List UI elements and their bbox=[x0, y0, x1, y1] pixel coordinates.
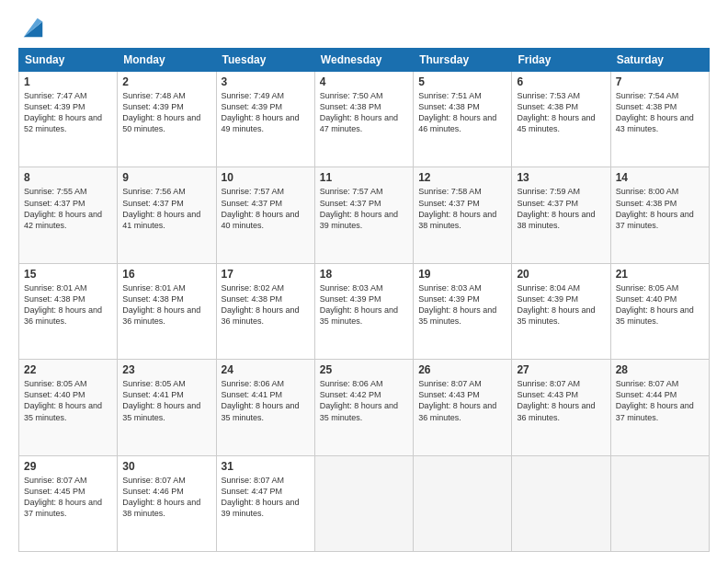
day-info: Sunrise: 8:07 AMSunset: 4:44 PMDaylight:… bbox=[616, 379, 694, 421]
calendar-cell: 31 Sunrise: 8:07 AMSunset: 4:47 PMDaylig… bbox=[216, 455, 314, 551]
day-number: 23 bbox=[122, 363, 210, 376]
day-number: 9 bbox=[122, 171, 210, 184]
calendar-cell: 23 Sunrise: 8:05 AMSunset: 4:41 PMDaylig… bbox=[118, 360, 216, 455]
day-info: Sunrise: 8:03 AMSunset: 4:39 PMDaylight:… bbox=[320, 283, 398, 326]
day-info: Sunrise: 8:03 AMSunset: 4:39 PMDaylight:… bbox=[418, 283, 496, 326]
day-info: Sunrise: 7:53 AMSunset: 4:38 PMDaylight:… bbox=[517, 91, 595, 133]
calendar-cell: 27 Sunrise: 8:07 AMSunset: 4:43 PMDaylig… bbox=[512, 360, 610, 455]
day-info: Sunrise: 7:58 AMSunset: 4:37 PMDaylight:… bbox=[418, 187, 496, 229]
calendar-cell: 12 Sunrise: 7:58 AMSunset: 4:37 PMDaylig… bbox=[414, 167, 512, 263]
day-number: 30 bbox=[122, 460, 210, 473]
calendar-cell: 1 Sunrise: 7:47 AMSunset: 4:39 PMDayligh… bbox=[19, 72, 118, 167]
calendar-cell: 25 Sunrise: 8:06 AMSunset: 4:42 PMDaylig… bbox=[314, 360, 413, 455]
day-number: 11 bbox=[320, 171, 408, 184]
calendar-week-row: 29 Sunrise: 8:07 AMSunset: 4:45 PMDaylig… bbox=[19, 455, 710, 551]
day-info: Sunrise: 7:57 AMSunset: 4:37 PMDaylight:… bbox=[320, 187, 398, 229]
calendar-cell: 22 Sunrise: 8:05 AMSunset: 4:40 PMDaylig… bbox=[19, 360, 118, 455]
calendar-cell: 11 Sunrise: 7:57 AMSunset: 4:37 PMDaylig… bbox=[314, 167, 413, 263]
calendar-cell: 7 Sunrise: 7:54 AMSunset: 4:38 PMDayligh… bbox=[610, 72, 709, 167]
calendar-cell: 6 Sunrise: 7:53 AMSunset: 4:38 PMDayligh… bbox=[512, 72, 610, 167]
day-info: Sunrise: 8:06 AMSunset: 4:41 PMDaylight:… bbox=[222, 379, 300, 421]
calendar-cell: 21 Sunrise: 8:05 AMSunset: 4:40 PMDaylig… bbox=[610, 263, 709, 359]
day-header-friday: Friday bbox=[512, 49, 610, 72]
day-info: Sunrise: 8:05 AMSunset: 4:41 PMDaylight:… bbox=[122, 379, 200, 421]
calendar-cell: 24 Sunrise: 8:06 AMSunset: 4:41 PMDaylig… bbox=[216, 360, 314, 455]
day-info: Sunrise: 8:05 AMSunset: 4:40 PMDaylight:… bbox=[24, 379, 102, 421]
day-number: 8 bbox=[24, 171, 112, 184]
day-number: 13 bbox=[517, 171, 605, 184]
calendar-cell: 2 Sunrise: 7:48 AMSunset: 4:39 PMDayligh… bbox=[118, 72, 216, 167]
calendar-cell: 29 Sunrise: 8:07 AMSunset: 4:45 PMDaylig… bbox=[19, 455, 118, 551]
page: SundayMondayTuesdayWednesdayThursdayFrid… bbox=[0, 0, 728, 563]
logo bbox=[18, 15, 46, 40]
calendar-week-row: 22 Sunrise: 8:05 AMSunset: 4:40 PMDaylig… bbox=[19, 360, 710, 455]
calendar-cell: 26 Sunrise: 8:07 AMSunset: 4:43 PMDaylig… bbox=[414, 360, 512, 455]
calendar-week-row: 15 Sunrise: 8:01 AMSunset: 4:38 PMDaylig… bbox=[19, 263, 710, 359]
day-number: 18 bbox=[320, 268, 408, 281]
day-number: 27 bbox=[517, 363, 605, 376]
day-info: Sunrise: 8:07 AMSunset: 4:43 PMDaylight:… bbox=[517, 379, 595, 421]
day-number: 3 bbox=[222, 75, 310, 88]
day-header-sunday: Sunday bbox=[19, 49, 118, 72]
calendar-cell: 28 Sunrise: 8:07 AMSunset: 4:44 PMDaylig… bbox=[610, 360, 709, 455]
day-number: 19 bbox=[418, 268, 506, 281]
calendar-cell: 18 Sunrise: 8:03 AMSunset: 4:39 PMDaylig… bbox=[314, 263, 413, 359]
day-info: Sunrise: 7:49 AMSunset: 4:39 PMDaylight:… bbox=[222, 91, 300, 133]
calendar-cell: 13 Sunrise: 7:59 AMSunset: 4:37 PMDaylig… bbox=[512, 167, 610, 263]
day-number: 4 bbox=[320, 75, 408, 88]
day-info: Sunrise: 8:07 AMSunset: 4:46 PMDaylight:… bbox=[122, 476, 200, 518]
logo-icon bbox=[20, 15, 46, 40]
calendar-cell: 16 Sunrise: 8:01 AMSunset: 4:38 PMDaylig… bbox=[118, 263, 216, 359]
day-info: Sunrise: 8:06 AMSunset: 4:42 PMDaylight:… bbox=[320, 379, 398, 421]
day-number: 7 bbox=[616, 75, 704, 88]
calendar-cell: 10 Sunrise: 7:57 AMSunset: 4:37 PMDaylig… bbox=[216, 167, 314, 263]
day-number: 29 bbox=[24, 460, 112, 473]
day-number: 17 bbox=[222, 268, 310, 281]
calendar-week-row: 8 Sunrise: 7:55 AMSunset: 4:37 PMDayligh… bbox=[19, 167, 710, 263]
day-number: 1 bbox=[24, 75, 112, 88]
day-number: 6 bbox=[517, 75, 605, 88]
calendar-cell: 8 Sunrise: 7:55 AMSunset: 4:37 PMDayligh… bbox=[19, 167, 118, 263]
calendar-header-row: SundayMondayTuesdayWednesdayThursdayFrid… bbox=[19, 49, 710, 72]
calendar-cell: 20 Sunrise: 8:04 AMSunset: 4:39 PMDaylig… bbox=[512, 263, 610, 359]
calendar-cell: 17 Sunrise: 8:02 AMSunset: 4:38 PMDaylig… bbox=[216, 263, 314, 359]
day-number: 12 bbox=[418, 171, 506, 184]
calendar-cell: 3 Sunrise: 7:49 AMSunset: 4:39 PMDayligh… bbox=[216, 72, 314, 167]
calendar-cell: 5 Sunrise: 7:51 AMSunset: 4:38 PMDayligh… bbox=[414, 72, 512, 167]
day-info: Sunrise: 7:54 AMSunset: 4:38 PMDaylight:… bbox=[616, 91, 694, 133]
day-number: 24 bbox=[222, 363, 310, 376]
day-header-tuesday: Tuesday bbox=[216, 49, 314, 72]
day-number: 21 bbox=[616, 268, 704, 281]
day-info: Sunrise: 8:01 AMSunset: 4:38 PMDaylight:… bbox=[122, 283, 200, 326]
day-info: Sunrise: 7:48 AMSunset: 4:39 PMDaylight:… bbox=[122, 91, 200, 133]
day-info: Sunrise: 7:50 AMSunset: 4:38 PMDaylight:… bbox=[320, 91, 398, 133]
calendar-cell: 4 Sunrise: 7:50 AMSunset: 4:38 PMDayligh… bbox=[314, 72, 413, 167]
day-info: Sunrise: 8:00 AMSunset: 4:38 PMDaylight:… bbox=[616, 187, 694, 229]
day-info: Sunrise: 8:07 AMSunset: 4:47 PMDaylight:… bbox=[222, 476, 300, 518]
day-number: 25 bbox=[320, 363, 408, 376]
day-info: Sunrise: 8:07 AMSunset: 4:45 PMDaylight:… bbox=[24, 476, 102, 518]
day-info: Sunrise: 7:51 AMSunset: 4:38 PMDaylight:… bbox=[418, 91, 496, 133]
calendar-cell: 30 Sunrise: 8:07 AMSunset: 4:46 PMDaylig… bbox=[118, 455, 216, 551]
day-info: Sunrise: 8:04 AMSunset: 4:39 PMDaylight:… bbox=[517, 283, 595, 326]
calendar-cell: 19 Sunrise: 8:03 AMSunset: 4:39 PMDaylig… bbox=[414, 263, 512, 359]
day-info: Sunrise: 7:47 AMSunset: 4:39 PMDaylight:… bbox=[24, 91, 102, 133]
day-number: 31 bbox=[222, 460, 310, 473]
day-header-monday: Monday bbox=[118, 49, 216, 72]
calendar-cell bbox=[414, 455, 512, 551]
day-number: 10 bbox=[222, 171, 310, 184]
calendar-cell: 14 Sunrise: 8:00 AMSunset: 4:38 PMDaylig… bbox=[610, 167, 709, 263]
day-info: Sunrise: 7:59 AMSunset: 4:37 PMDaylight:… bbox=[517, 187, 595, 229]
day-info: Sunrise: 8:02 AMSunset: 4:38 PMDaylight:… bbox=[222, 283, 300, 326]
calendar-cell: 9 Sunrise: 7:56 AMSunset: 4:37 PMDayligh… bbox=[118, 167, 216, 263]
day-number: 22 bbox=[24, 363, 112, 376]
day-info: Sunrise: 7:55 AMSunset: 4:37 PMDaylight:… bbox=[24, 187, 102, 229]
day-number: 20 bbox=[517, 268, 605, 281]
calendar-week-row: 1 Sunrise: 7:47 AMSunset: 4:39 PMDayligh… bbox=[19, 72, 710, 167]
day-number: 26 bbox=[418, 363, 506, 376]
calendar-table: SundayMondayTuesdayWednesdayThursdayFrid… bbox=[18, 48, 710, 552]
day-number: 16 bbox=[122, 268, 210, 281]
day-number: 28 bbox=[616, 363, 704, 376]
day-info: Sunrise: 7:56 AMSunset: 4:37 PMDaylight:… bbox=[122, 187, 200, 229]
day-number: 14 bbox=[616, 171, 704, 184]
